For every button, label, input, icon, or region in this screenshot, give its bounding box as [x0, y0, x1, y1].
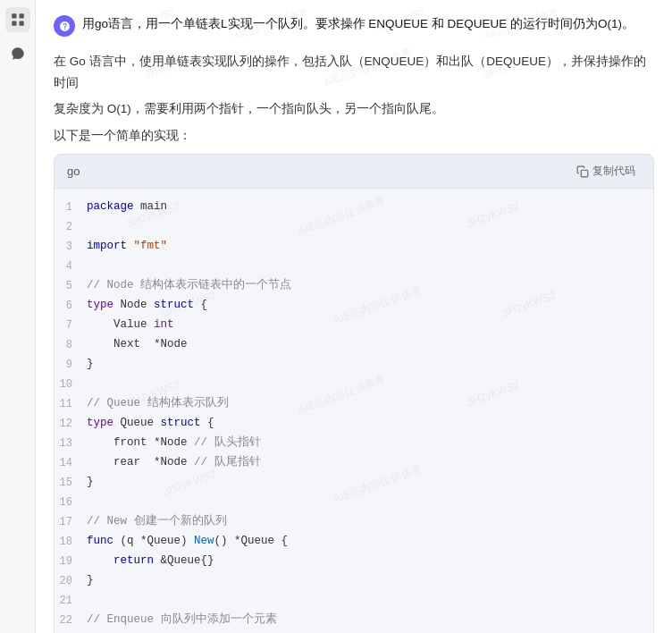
code-line: 7 Value int [55, 316, 653, 335]
code-line: 22 // Enqueue 向队列中添加一个元素 [55, 611, 653, 630]
code-block: 3H2yKWS2 AIE品内容仅供参考 3H2yKWS2 3H2yKWS2 AI… [54, 154, 654, 633]
sidebar [0, 0, 36, 633]
code-line: 6 type Node struct { [55, 296, 653, 316]
code-line: 4 [55, 257, 653, 276]
copy-code-button[interactable]: 复制代码 [571, 162, 641, 181]
chat-icon-button[interactable] [5, 41, 30, 66]
code-line: 1 package main [55, 198, 653, 217]
answer-intro-2: 复杂度为 O(1)，需要利用两个指针，一个指向队头，另一个指向队尾。 [54, 98, 654, 120]
code-content: 1 package main 2 3 import "fmt" [55, 189, 653, 633]
code-line: 10 [55, 375, 653, 394]
copy-icon [576, 165, 589, 178]
code-lang: go [67, 165, 80, 178]
code-line: 18 func (q *Queue) New() *Queue { [55, 532, 653, 552]
code-line: 19 return &Queue{} [55, 552, 653, 571]
svg-rect-4 [581, 170, 588, 177]
code-line: 2 [55, 217, 653, 237]
svg-rect-1 [19, 13, 23, 18]
code-line: 17 // New 创建一个新的队列 [55, 512, 653, 532]
answer-intro-1: 在 Go 语言中，使用单链表实现队列的操作，包括入队（ENQUEUE）和出队（D… [54, 51, 654, 95]
code-line: 13 front *Node // 队头指针 [55, 434, 653, 453]
code-block-header: go 复制代码 [55, 155, 653, 189]
svg-rect-2 [12, 21, 16, 26]
code-line: 15 } [55, 473, 653, 493]
code-line: 16 [55, 493, 653, 512]
content-area: 用go语言，用一个单链表L实现一个队列。要求操作 ENQUEUE 和 DEQUE… [36, 0, 672, 633]
code-line: 9 } [55, 355, 653, 375]
code-line: 3 import "fmt" [55, 237, 653, 257]
code-line: 20 } [55, 571, 653, 591]
code-line: 11 // Queue 结构体表示队列 [55, 394, 653, 414]
code-line: 12 type Queue struct { [55, 414, 653, 434]
code-line: 8 Next *Node [55, 335, 653, 355]
code-line: 14 rear *Node // 队尾指针 [55, 453, 653, 473]
code-line: 5 // Node 结构体表示链表中的一个节点 [55, 276, 653, 296]
svg-rect-3 [19, 21, 23, 26]
code-line: 21 [55, 591, 653, 611]
app-icon-button[interactable] [5, 7, 30, 32]
answer-area: 3H2yKWS2 AIE品内容仅供参考 3H2yKWS2 在 Go 语言中，使用… [54, 51, 654, 633]
question-text: 用go语言，用一个单链表L实现一个队列。要求操作 ENQUEUE 和 DEQUE… [82, 14, 634, 35]
svg-rect-0 [12, 13, 16, 18]
main-container: 用go语言，用一个单链表L实现一个队列。要求操作 ENQUEUE 和 DEQUE… [0, 0, 672, 633]
copy-label: 复制代码 [592, 164, 635, 179]
section-label: 以下是一个简单的实现： [54, 125, 654, 147]
